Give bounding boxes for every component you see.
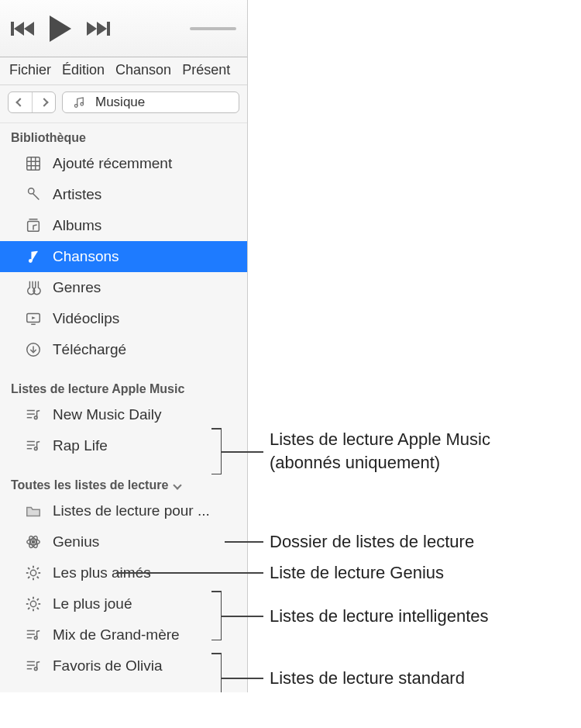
svg-line-36 <box>28 577 29 578</box>
playlist-icon <box>23 625 43 645</box>
album-icon <box>23 216 43 236</box>
svg-line-37 <box>37 568 39 569</box>
sidebar-item-music-videos[interactable]: Vidéoclips <box>0 303 247 334</box>
svg-line-35 <box>37 577 39 578</box>
gear-icon <box>23 563 43 583</box>
back-button[interactable] <box>9 92 32 112</box>
sidebar-item-label: Artistes <box>53 186 101 203</box>
callout-bracket <box>221 653 222 692</box>
section-head-apple-music: Listes de lecture Apple Music <box>0 365 247 399</box>
media-picker-label: Musique <box>95 95 145 110</box>
section-head-all-playlists[interactable]: Toutes les listes de lecture <box>0 461 247 495</box>
sidebar-item-label: Ajouté récemment <box>53 155 172 172</box>
folder-icon <box>23 501 43 521</box>
nav-row: Musique <box>0 85 247 123</box>
sidebar-item-recently-added[interactable]: Ajouté récemment <box>0 148 247 179</box>
sidebar-item-grandma-mix[interactable]: Mix de Grand-mère <box>0 619 247 650</box>
callout-folder: Dossier de listes de lecture <box>270 530 474 554</box>
svg-line-8 <box>33 193 39 199</box>
svg-point-50 <box>34 637 37 640</box>
svg-line-44 <box>37 608 39 609</box>
callout-lead-line <box>221 616 263 617</box>
sidebar-item-artists[interactable]: Artistes <box>0 179 247 210</box>
guitar-icon <box>23 278 43 298</box>
sidebar-item-label: Chansons <box>53 248 119 265</box>
sidebar-item-label: Genius <box>53 533 99 550</box>
sidebar-item-downloaded[interactable]: Téléchargé <box>0 334 247 365</box>
callout-smart: Listes de lecture intelligentes <box>270 605 489 628</box>
callout-genius: Liste de lecture Genius <box>270 561 444 585</box>
playlist-icon <box>23 436 43 456</box>
volume-slider[interactable] <box>190 27 236 30</box>
next-track-button[interactable] <box>87 22 110 36</box>
svg-line-34 <box>28 568 29 569</box>
sidebar-item-new-music-daily[interactable]: New Music Daily <box>0 399 247 430</box>
sidebar-item-label: Genres <box>53 279 101 296</box>
grid-icon <box>23 154 43 174</box>
svg-rect-2 <box>27 157 40 171</box>
svg-point-1 <box>81 102 84 105</box>
svg-line-43 <box>28 599 29 600</box>
sidebar-item-rap-life[interactable]: Rap Life <box>0 430 247 461</box>
music-note-icon <box>23 247 43 267</box>
sidebar-item-songs[interactable]: Chansons <box>0 241 247 272</box>
sidebar-item-genius[interactable]: Genius <box>0 526 247 557</box>
svg-point-20 <box>34 416 37 419</box>
play-button[interactable] <box>50 16 71 42</box>
svg-point-0 <box>74 105 77 108</box>
sidebar-item-genres[interactable]: Genres <box>0 272 247 303</box>
svg-point-24 <box>34 447 37 450</box>
history-nav <box>8 91 56 113</box>
callout-lead-line <box>221 451 263 453</box>
svg-point-38 <box>30 601 36 606</box>
callout-lead-line <box>221 678 263 679</box>
media-picker[interactable]: Musique <box>62 91 239 113</box>
menu-edition[interactable]: Édition <box>62 62 105 78</box>
menu-chanson[interactable]: Chanson <box>115 62 171 78</box>
callout-lead-line <box>225 541 263 543</box>
svg-line-45 <box>28 608 29 609</box>
sidebar-item-label: Le plus joué <box>53 595 132 612</box>
app-menubar: Fichier Édition Chanson Présent <box>0 57 247 85</box>
sidebar-item-most-played[interactable]: Le plus joué <box>0 588 247 619</box>
svg-line-46 <box>37 599 39 600</box>
svg-point-29 <box>30 570 36 575</box>
video-icon <box>23 309 43 329</box>
sidebar-item-label: Listes de lecture pour ... <box>53 502 210 519</box>
sidebar-item-label: Favoris de Olivia <box>53 657 163 675</box>
previous-track-button[interactable] <box>11 22 34 36</box>
svg-marker-14 <box>32 316 36 319</box>
menu-fichier[interactable]: Fichier <box>9 62 51 78</box>
forward-button[interactable] <box>32 92 55 112</box>
chevron-down-icon <box>174 481 182 489</box>
callout-apple-music: Listes de lecture Apple Music (abonnés u… <box>270 428 490 474</box>
playback-toolbar <box>0 0 247 57</box>
svg-point-11 <box>29 259 33 263</box>
download-icon <box>23 340 43 360</box>
sidebar-item-albums[interactable]: Albums <box>0 210 247 241</box>
sidebar-item-playlist-folder[interactable]: Listes de lecture pour ... <box>0 495 247 526</box>
callout-standard: Listes de lecture standard <box>270 667 465 690</box>
gear-icon <box>23 594 43 614</box>
sidebar-item-label: Téléchargé <box>53 341 126 358</box>
music-note-icon <box>69 92 89 112</box>
sidebar-item-label: Mix de Grand-mère <box>53 626 180 643</box>
section-head-library: Bibliothèque <box>0 123 247 148</box>
sidebar-item-olivia-favs[interactable]: Favoris de Olivia <box>0 650 247 681</box>
sidebar-item-label: Albums <box>53 217 101 234</box>
microphone-icon <box>23 185 43 205</box>
svg-point-54 <box>34 668 37 671</box>
svg-point-28 <box>32 540 34 543</box>
section-head-label: Toutes les listes de lecture <box>11 478 168 492</box>
playlist-icon <box>23 656 43 676</box>
playlist-icon <box>23 405 43 425</box>
atom-icon <box>23 532 43 552</box>
sidebar-item-label: Vidéoclips <box>53 310 119 327</box>
menu-present[interactable]: Présent <box>182 62 230 78</box>
sidebar-item-label: New Music Daily <box>53 406 161 423</box>
callout-lead-line <box>116 572 263 574</box>
sidebar-item-label: Rap Life <box>53 437 108 454</box>
